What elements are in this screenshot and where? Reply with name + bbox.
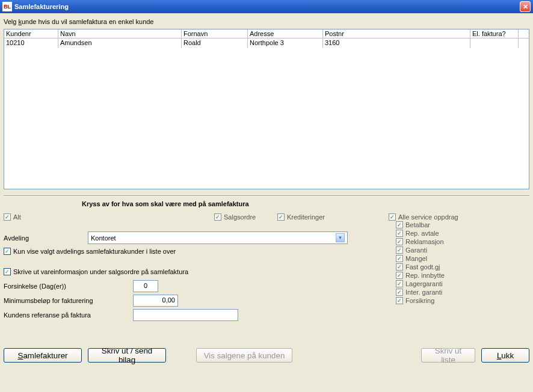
check-icon: ✓ <box>396 263 403 271</box>
checkbox-service-item[interactable]: ✓Inter. garanti <box>396 288 458 296</box>
title-bar: BL Samlefakturering ✕ <box>0 0 533 13</box>
checkbox-service-item[interactable]: ✓Lagergaranti <box>396 280 458 288</box>
cell-fornavn: Roald <box>182 38 248 48</box>
check-label: Forsikring <box>405 296 434 305</box>
check-icon: ✓ <box>4 268 11 275</box>
check-icon: ✓ <box>389 213 396 221</box>
check-icon: ✓ <box>4 248 11 255</box>
kundens-ref-label: Kundens referanse på faktura <box>4 311 133 319</box>
cell-postnr: 3160 <box>323 38 470 48</box>
checkbox-krediteringer[interactable]: ✓ Krediteringer <box>277 213 325 221</box>
avdeling-value: Kontoret <box>91 234 116 242</box>
samlefakturer-button[interactable]: Samlefakturer <box>4 348 82 363</box>
lukk-button[interactable]: Lukk <box>481 348 529 363</box>
check-label: Kun vise valgt avdelings samlefakturakun… <box>13 248 176 255</box>
check-label: Rep. avtale <box>405 229 439 237</box>
check-label: Fast godt.gj <box>405 263 440 271</box>
minbelop-input[interactable]: 0,00 <box>133 295 178 307</box>
skriv-ut-liste-button: Skriv ut liste <box>421 348 475 363</box>
close-button[interactable]: ✕ <box>520 1 531 12</box>
chevron-down-icon[interactable]: ▼ <box>336 233 345 242</box>
col-fornavn[interactable]: Fornavn <box>182 29 248 38</box>
customer-grid[interactable]: Kundenr Navn Fornavn Adresse Postnr El. … <box>4 29 529 189</box>
check-icon: ✓ <box>396 238 403 245</box>
check-label: Skrive ut vareinformasjon under salgsord… <box>13 268 188 275</box>
cell-adresse: Northpole 3 <box>248 38 323 48</box>
cell-elfaktura <box>470 38 519 48</box>
check-label: Alt <box>13 213 21 221</box>
cell-navn: Amundsen <box>58 38 182 48</box>
check-label: Garanti <box>405 246 427 254</box>
check-icon: ✓ <box>396 255 403 262</box>
avdeling-label: Avdeling <box>4 234 88 242</box>
check-label: Alle service oppdrag <box>398 213 458 221</box>
checkbox-service-item[interactable]: ✓Rep. avtale <box>396 229 458 237</box>
checkbox-alt[interactable]: ✓ Alt <box>4 213 214 221</box>
instruction-text: Velg kunde hvis du vil samlefaktura en e… <box>4 18 529 25</box>
check-icon: ✓ <box>396 272 403 279</box>
col-postnr[interactable]: Postnr <box>323 29 470 38</box>
col-navn[interactable]: Navn <box>58 29 182 38</box>
grid-header: Kundenr Navn Fornavn Adresse Postnr El. … <box>4 29 529 38</box>
col-adresse[interactable]: Adresse <box>248 29 323 38</box>
check-label: Salgsordre <box>224 213 256 221</box>
checkbox-service-item[interactable]: ✓Betalbar <box>396 221 458 229</box>
check-label: Inter. garanti <box>405 288 442 296</box>
col-kundenr[interactable]: Kundenr <box>4 29 58 38</box>
avdeling-select[interactable]: Kontoret ▼ <box>88 231 348 244</box>
check-label: Krediteringer <box>287 213 325 221</box>
check-icon: ✓ <box>396 289 403 296</box>
check-icon: ✓ <box>396 230 403 237</box>
checkbox-service-item[interactable]: ✓Mangel <box>396 254 458 263</box>
checkbox-service-item[interactable]: ✓Fast godt.gj <box>396 263 458 271</box>
checkbox-alle-service[interactable]: ✓ Alle service oppdrag <box>389 213 458 221</box>
check-icon: ✓ <box>396 221 403 228</box>
check-label: Reklamasjon <box>405 237 444 246</box>
col-elfaktura[interactable]: El. faktura? <box>470 29 519 38</box>
check-label: Betalbar <box>405 221 430 229</box>
divider <box>4 195 529 197</box>
check-label: Rep. innbytte <box>405 271 445 280</box>
check-icon: ✓ <box>4 213 11 221</box>
checkbox-service-item[interactable]: ✓Garanti <box>396 246 458 254</box>
check-icon: ✓ <box>214 213 221 221</box>
checkbox-service-item[interactable]: ✓Rep. innbytte <box>396 271 458 280</box>
check-icon: ✓ <box>396 280 403 287</box>
skriv-ut-send-button[interactable]: Skriv ut / send bilag <box>88 348 166 363</box>
checkbox-salgsordre[interactable]: ✓ Salgsordre <box>214 213 277 221</box>
forsinkelse-label: Forsinkelse (Dag(er)) <box>4 283 133 290</box>
check-icon: ✓ <box>396 247 403 254</box>
vis-salgene-button: Vis salgene på kunden <box>196 348 292 363</box>
grid-body[interactable]: 10210 Amundsen Roald Northpole 3 3160 <box>4 38 529 189</box>
forsinkelse-input[interactable]: 0 <box>133 280 158 292</box>
table-row[interactable]: 10210 Amundsen Roald Northpole 3 3160 <box>4 38 529 48</box>
app-icon: BL <box>2 2 12 11</box>
check-label: Lagergaranti <box>405 280 443 288</box>
kundens-ref-input[interactable] <box>133 309 238 321</box>
check-label: Mangel <box>405 254 427 263</box>
check-icon: ✓ <box>396 297 403 304</box>
checkbox-service-item[interactable]: ✓Forsikring <box>396 296 458 305</box>
check-icon: ✓ <box>277 213 285 221</box>
checkbox-service-item[interactable]: ✓Reklamasjon <box>396 237 458 246</box>
window-title: Samlefakturering <box>14 3 520 10</box>
cell-kundenr: 10210 <box>4 38 58 48</box>
minbelop-label: Minimumsbeløp for fakturering <box>4 297 133 304</box>
options-title: Kryss av for hva som skal være med på sa… <box>82 200 529 207</box>
